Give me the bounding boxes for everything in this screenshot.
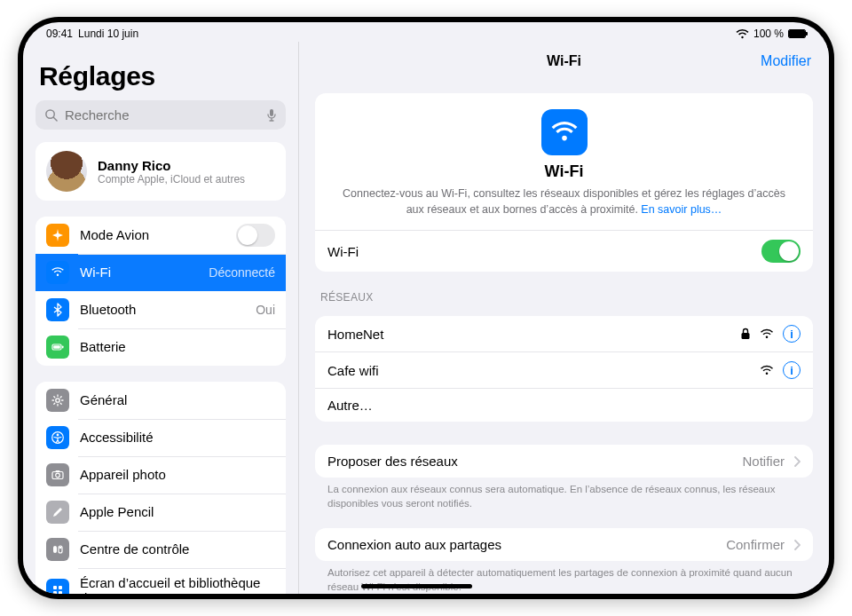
- sidebar-item-label: Centre de contrôle: [80, 541, 275, 557]
- lock-icon: [740, 328, 751, 340]
- sidebar-item-control-center[interactable]: Centre de contrôle: [36, 531, 286, 568]
- sidebar-item-value: Oui: [256, 303, 275, 317]
- sidebar-item-home-screen[interactable]: Écran d’accueil et bibliothèque d’apps: [36, 568, 286, 594]
- camera-icon: [46, 463, 69, 486]
- auto-hotspot-card: Connexion auto aux partages Confirmer: [315, 528, 813, 561]
- network-name: HomeNet: [327, 327, 383, 342]
- sidebar-item-wifi[interactable]: Wi-Fi Déconnecté: [36, 254, 286, 291]
- sidebar-item-label: Wi-Fi: [80, 265, 198, 280]
- svg-point-10: [56, 473, 60, 478]
- wifi-status-icon: [736, 29, 749, 39]
- auto-hotspot-label: Connexion auto aux partages: [327, 537, 501, 552]
- other-network-label: Autre…: [327, 398, 373, 413]
- dictate-icon[interactable]: [266, 108, 277, 122]
- ask-to-join-footer: La connexion aux réseaux connus sera aut…: [315, 478, 813, 512]
- status-time: 09:41: [46, 28, 73, 40]
- svg-rect-11: [56, 470, 60, 472]
- battery-pct: 100 %: [753, 28, 784, 40]
- sidebar-item-camera[interactable]: Appareil photo: [36, 456, 286, 494]
- chevron-right-icon: [793, 456, 801, 467]
- signal-icon: [760, 365, 774, 375]
- signal-icon: [760, 328, 774, 339]
- hero-title: Wi-Fi: [336, 162, 792, 181]
- info-icon[interactable]: i: [783, 325, 801, 343]
- airplane-icon: [46, 224, 69, 247]
- settings-group-connectivity: Mode Avion Wi-Fi Déconnecté: [36, 217, 286, 366]
- sidebar-item-label: Appareil photo: [80, 467, 275, 482]
- home-indicator[interactable]: [361, 584, 472, 588]
- detail-nav-bar: Wi-Fi Modifier: [299, 42, 829, 81]
- sidebar-item-label: Accessibilité: [80, 430, 275, 445]
- home-screen-icon: [46, 579, 69, 594]
- sidebar-item-label: Bluetooth: [80, 302, 245, 317]
- wifi-hero-card: Wi-Fi Connectez-vous au Wi-Fi, consultez…: [315, 93, 813, 272]
- svg-rect-21: [742, 333, 750, 339]
- network-row[interactable]: Cafe wifi i: [315, 351, 813, 388]
- battery-icon: [788, 29, 806, 38]
- sidebar-item-bluetooth[interactable]: Bluetooth Oui: [36, 291, 286, 328]
- accessibility-icon: [46, 426, 69, 449]
- network-name: Cafe wifi: [327, 363, 379, 378]
- sidebar-item-pencil[interactable]: Apple Pencil: [36, 494, 286, 531]
- edit-button[interactable]: Modifier: [761, 53, 811, 69]
- sidebar-item-label: Écran d’accueil et bibliothèque d’apps: [80, 575, 275, 594]
- sidebar-item-value: Déconnecté: [209, 265, 275, 280]
- ipad-frame: 09:41 Lundi 10 juin 100 % Réglages: [18, 17, 834, 599]
- sidebar-item-label: Mode Avion: [80, 227, 225, 242]
- svg-rect-4: [62, 346, 64, 349]
- control-center-icon: [46, 538, 69, 561]
- svg-point-6: [56, 399, 59, 402]
- wifi-toggle-label: Wi-Fi: [327, 244, 359, 259]
- svg-rect-18: [59, 591, 62, 594]
- search-icon: [44, 108, 58, 122]
- svg-line-1: [53, 117, 57, 121]
- pencil-icon: [46, 501, 69, 524]
- settings-group-general: Général Accessibilité Appareil photo: [36, 382, 286, 594]
- svg-rect-5: [53, 345, 60, 349]
- wifi-switch[interactable]: [761, 240, 801, 263]
- avatar: [46, 151, 87, 192]
- wifi-icon: [46, 261, 69, 284]
- ask-to-join-row[interactable]: Proposer des réseaux Notifier: [315, 445, 813, 478]
- sidebar-item-battery[interactable]: Batterie: [36, 328, 286, 366]
- page-title: Réglages: [39, 61, 282, 91]
- bluetooth-icon: [46, 298, 69, 321]
- ask-to-join-value: Notifier: [742, 454, 785, 469]
- auto-hotspot-footer: Autorisez cet appareil à détecter automa…: [315, 561, 813, 594]
- status-bar: 09:41 Lundi 10 juin 100 %: [23, 22, 829, 42]
- svg-rect-16: [59, 586, 62, 589]
- networks-header: RÉSEAUX: [320, 291, 808, 304]
- account-subtitle: Compte Apple, iCloud et autres: [98, 173, 245, 186]
- status-date: Lundi 10 juin: [78, 28, 138, 40]
- sidebar-item-airplane[interactable]: Mode Avion: [36, 217, 286, 254]
- battery-settings-icon: [46, 336, 69, 359]
- svg-rect-15: [53, 586, 57, 589]
- svg-point-8: [57, 434, 59, 437]
- svg-rect-2: [270, 109, 273, 116]
- airplane-switch[interactable]: [236, 224, 275, 247]
- sidebar-item-label: Général: [80, 392, 275, 407]
- wifi-detail-pane: Wi-Fi Modifier Wi-Fi Connectez-vous au W…: [298, 42, 829, 594]
- network-row[interactable]: HomeNet i: [315, 316, 813, 351]
- auto-hotspot-value: Confirmer: [726, 537, 785, 552]
- ask-to-join-label: Proposer des réseaux: [327, 454, 458, 469]
- ask-to-join-card: Proposer des réseaux Notifier: [315, 445, 813, 478]
- sidebar-item-accessibility[interactable]: Accessibilité: [36, 419, 286, 456]
- sidebar-item-general[interactable]: Général: [36, 382, 286, 419]
- other-network-row[interactable]: Autre…: [315, 388, 813, 422]
- sidebar-item-label: Batterie: [80, 339, 275, 354]
- account-name: Danny Rico: [98, 158, 245, 173]
- wifi-toggle-row: Wi-Fi: [315, 230, 813, 272]
- search-field[interactable]: [36, 100, 286, 130]
- detail-title: Wi-Fi: [299, 53, 829, 69]
- svg-rect-12: [53, 546, 57, 553]
- search-input[interactable]: [63, 107, 261, 123]
- hero-description: Connectez-vous au Wi-Fi, consultez les r…: [336, 186, 792, 217]
- apple-id-row[interactable]: Danny Rico Compte Apple, iCloud et autre…: [36, 142, 286, 201]
- auto-hotspot-row[interactable]: Connexion auto aux partages Confirmer: [315, 528, 813, 561]
- learn-more-link[interactable]: En savoir plus…: [641, 203, 722, 216]
- wifi-hero-icon: [541, 109, 588, 155]
- info-icon[interactable]: i: [783, 361, 801, 379]
- gear-icon: [46, 389, 69, 412]
- networks-list: HomeNet i: [315, 316, 813, 422]
